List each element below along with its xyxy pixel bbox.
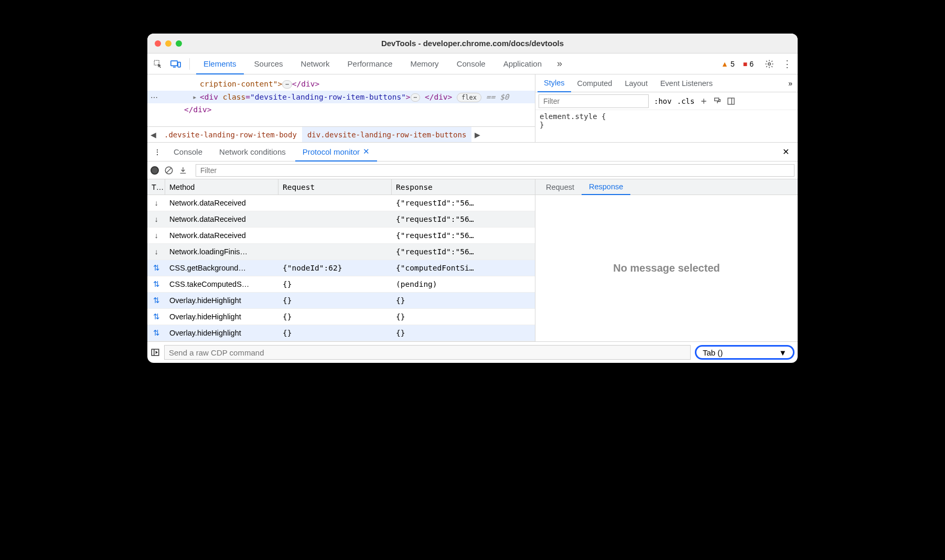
tab-performance[interactable]: Performance [340,53,400,74]
target-select-label: Tab () [703,348,723,357]
table-row[interactable]: ⇅CSS.takeComputedS…{}(pending) [147,276,535,293]
protocol-toolbar [147,161,798,179]
col-header-request[interactable]: Request [278,179,392,195]
drawer-tab-network-conditions[interactable]: Network conditions [212,143,293,161]
styles-pane: Styles Computed Layout Event Listeners »… [535,74,798,142]
devtools-window: DevTools - developer.chrome.com/docs/dev… [147,34,798,363]
tab-computed[interactable]: Computed [571,74,619,92]
cdp-command-input[interactable] [164,345,691,360]
cell-response: {"requestId":"56… [392,199,535,207]
warnings-badge[interactable]: ▲ 5 [721,60,735,68]
direction-icon: ⇅ [147,280,165,288]
tab-elements[interactable]: Elements [196,54,244,74]
protocol-table: T… Method Request Response ↓Network.data… [147,179,535,341]
protocol-content: T… Method Request Response ↓Network.data… [147,179,798,342]
svg-rect-1 [171,61,178,66]
close-window-button[interactable] [155,40,161,47]
tab-application[interactable]: Application [496,53,549,74]
cell-response: {"computedFontSi… [392,264,535,272]
direction-icon: ⇅ [147,296,165,305]
protocol-filter-input[interactable] [196,164,794,177]
col-header-type[interactable]: T… [147,179,165,195]
crumb-item-current[interactable]: div.devsite-landing-row-item-buttons [302,127,471,142]
svg-rect-5 [728,98,734,104]
hov-toggle[interactable]: :hov [654,97,672,105]
dom-tree[interactable]: cription-content">⋯</div> ▸ <div class="… [147,74,535,142]
drawer-menu-icon[interactable]: ⋮ [151,148,164,156]
col-header-method[interactable]: Method [165,179,278,195]
table-row[interactable]: ↓Network.dataReceived{"requestId":"56… [147,211,535,228]
cell-request: {"nodeId":62} [278,264,392,272]
col-header-response[interactable]: Response [392,179,535,195]
kebab-menu-icon[interactable]: ⋮ [780,57,794,71]
cell-response: {} [392,313,535,321]
svg-point-3 [768,62,771,65]
table-row[interactable]: ⇅CSS.getBackground…{"nodeId":62}{"comput… [147,260,535,276]
toggle-sidebar-icon[interactable] [151,348,160,357]
more-tabs-icon[interactable]: » [552,57,567,71]
divider [189,58,190,70]
detail-tab-request[interactable]: Request [539,179,582,195]
direction-icon: ⇅ [147,264,165,272]
dom-line[interactable]: ▸ <div class="devsite-landing-row-item-b… [147,91,535,104]
errors-badge[interactable]: ■ 6 [743,60,754,68]
cls-toggle[interactable]: .cls [677,97,695,105]
svg-rect-4 [715,98,719,101]
style-rule[interactable]: element.style { } [535,110,798,131]
traffic-lights [155,40,182,47]
cell-method: Overlay.hideHighlight [165,329,278,337]
tab-event-listeners[interactable]: Event Listeners [654,74,719,92]
computed-sidebar-icon[interactable] [727,97,735,105]
table-row[interactable]: ↓Network.dataReceived{"requestId":"56… [147,228,535,244]
target-select[interactable]: Tab () ▼ [695,345,794,360]
error-icon: ■ [743,60,747,68]
new-style-rule-icon[interactable] [700,97,708,105]
table-row[interactable]: ⇅Overlay.hideHighlight{}{} [147,325,535,341]
drawer-tab-protocol-monitor[interactable]: Protocol monitor ✕ [295,143,377,161]
table-row[interactable]: ↓Network.dataReceived{"requestId":"56… [147,195,535,211]
tab-sources[interactable]: Sources [247,53,291,74]
drawer-tab-console[interactable]: Console [166,143,210,161]
tab-network[interactable]: Network [294,53,337,74]
tab-console[interactable]: Console [449,53,493,74]
cell-response: {"requestId":"56… [392,247,535,256]
dom-line[interactable]: </div> [184,103,531,116]
tab-memory[interactable]: Memory [403,53,446,74]
more-style-tabs-icon[interactable]: » [785,79,796,88]
inspect-element-icon[interactable] [151,57,165,71]
dom-line[interactable]: cription-content">⋯</div> [200,78,531,91]
minimize-window-button[interactable] [165,40,171,47]
crumb-prev-icon[interactable]: ◀ [147,131,159,139]
cell-method: Network.dataReceived [165,199,278,207]
crumb-item[interactable]: .devsite-landing-row-item-body [159,127,302,142]
warning-icon: ▲ [721,60,728,68]
svg-rect-2 [178,62,180,67]
crumb-next-icon[interactable]: ▶ [471,131,483,139]
drawer-tabbar: ⋮ Console Network conditions Protocol mo… [147,143,798,161]
paint-icon[interactable] [713,97,722,105]
chevron-down-icon: ▼ [779,348,787,357]
tab-styles[interactable]: Styles [538,75,571,92]
direction-icon: ↓ [147,231,165,240]
settings-icon[interactable] [762,57,777,71]
cell-method: CSS.takeComputedS… [165,280,278,288]
table-row[interactable]: ⇅Overlay.hideHighlight{}{} [147,309,535,325]
cell-response: {"requestId":"56… [392,215,535,223]
detail-tab-response[interactable]: Response [582,179,630,195]
table-row[interactable]: ⇅Overlay.hideHighlight{}{} [147,293,535,309]
command-bar: Tab () ▼ [147,342,798,363]
cell-method: Overlay.hideHighlight [165,313,278,321]
device-toggle-icon[interactable] [168,57,183,71]
cell-method: Overlay.hideHighlight [165,296,278,305]
tab-layout[interactable]: Layout [618,74,654,92]
table-row[interactable]: ↓Network.loadingFinis…{"requestId":"56… [147,244,535,260]
clear-icon[interactable] [164,166,174,175]
direction-icon: ↓ [147,247,165,256]
record-button[interactable] [151,166,159,175]
save-icon[interactable] [179,166,187,175]
close-drawer-icon[interactable]: ✕ [777,147,794,157]
cell-response: {"requestId":"56… [392,231,535,240]
styles-filter-input[interactable] [539,94,649,108]
close-tab-icon[interactable]: ✕ [363,147,370,156]
maximize-window-button[interactable] [176,40,182,47]
